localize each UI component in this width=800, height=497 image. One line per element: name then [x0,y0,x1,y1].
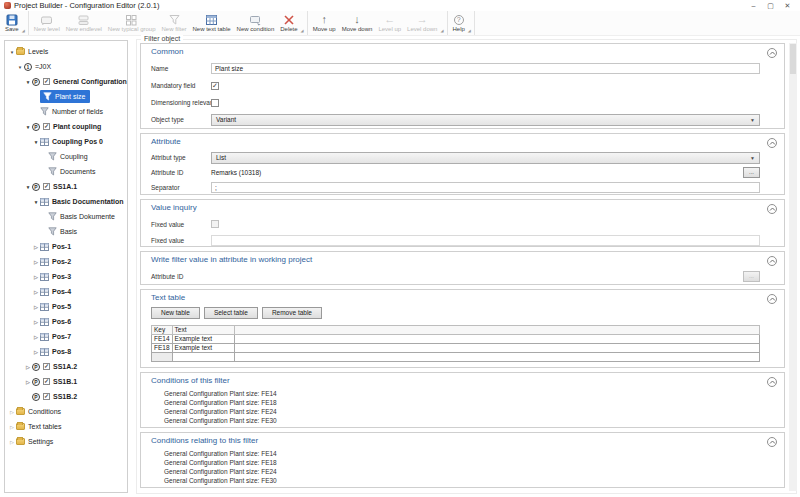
tree-item-settings[interactable]: ▷Settings [5,434,127,449]
tree-item-levels[interactable]: ▾Levels [5,44,127,59]
checkbox[interactable]: ✓ [43,363,50,370]
vertical-scrollbar[interactable] [789,43,797,491]
collapse-section-button[interactable] [767,377,777,387]
expander-closed-icon[interactable]: ▷ [8,409,16,415]
object-type-dropdown[interactable]: Variant▼ [211,114,760,126]
collapse-section-button[interactable] [767,48,777,58]
expander-open-icon[interactable]: ▾ [24,184,32,190]
separator-input[interactable]: ; [211,182,760,193]
checkbox[interactable]: ✓ [43,183,50,190]
expander-open-icon[interactable]: ▾ [24,79,32,85]
tree-item-text-tables[interactable]: ▷Text tables [5,419,127,434]
collapse-section-button[interactable] [767,294,777,304]
mandatory-field-checkbox[interactable]: ✓ [211,82,219,90]
cell-text[interactable] [172,353,234,362]
toolbar-group-overflow-icon[interactable]: ◢ [440,28,444,35]
toolbar-save-button[interactable]: Save [2,12,22,35]
tree-item-j0x[interactable]: ▾1=J0X [5,59,127,74]
tree-item-plant-size[interactable]: Plant size [5,89,127,104]
checkbox[interactable]: ✓ [43,378,50,385]
tree-item-pos-8[interactable]: ▷Pos-8 [5,344,127,359]
toolbar-move-up-button[interactable]: ↑Move up [310,12,339,35]
expander-closed-icon[interactable]: ▷ [24,364,32,370]
maximize-button[interactable]: ▢ [762,0,779,11]
toolbar-group-overflow-icon[interactable]: ◢ [468,28,472,35]
toolbar-group-overflow-icon[interactable]: ◢ [301,28,305,35]
condition-item[interactable]: General Configuration Plant size: FE14 [151,389,760,398]
attribut-type-dropdown[interactable]: List▼ [211,152,760,164]
expander-closed-icon[interactable]: ▷ [32,334,40,340]
tree-item-coupling-pos-0[interactable]: ▾Coupling Pos 0 [5,134,127,149]
new-table-button[interactable]: New table [151,307,200,319]
expander-open-icon[interactable]: ▾ [24,124,32,130]
tree-item-coupling[interactable]: Coupling [5,149,127,164]
checkbox[interactable]: ✓ [43,78,50,85]
tree-item-pos-2[interactable]: ▷Pos-2 [5,254,127,269]
tree-item-basic-documentation[interactable]: ▾Basic Documentation [5,194,127,209]
expander-closed-icon[interactable]: ▷ [32,319,40,325]
tree-item-pos-3[interactable]: ▷Pos-3 [5,269,127,284]
tree-item-pos-4[interactable]: ▷Pos-4 [5,284,127,299]
tree-item-documents[interactable]: Documents [5,164,127,179]
expander-closed-icon[interactable]: ▷ [32,244,40,250]
toolbar-help-button[interactable]: ?Help [450,12,468,35]
condition-item[interactable]: General Configuration Plant size: FE30 [151,416,760,425]
collapse-section-button[interactable] [767,437,777,447]
table-row[interactable]: FE18Example text [152,344,760,353]
collapse-section-button[interactable] [767,138,777,148]
text-table-grid[interactable]: KeyTextFE14Example textFE18Example text [151,325,760,362]
expander-closed-icon[interactable]: ▷ [8,439,16,445]
tree-item-ss1b-2[interactable]: P✓SS1B.2 [5,389,127,404]
dimensioning-relevant-checkbox[interactable] [211,99,219,107]
condition-item[interactable]: General Configuration Plant size: FE24 [151,407,760,416]
select-table-button[interactable]: Select table [204,307,258,319]
close-button[interactable]: ✕ [779,0,796,11]
cell-text[interactable]: Example text [172,344,234,353]
tree-item-pos-6[interactable]: ▷Pos-6 [5,314,127,329]
tree-item-ss1a-1[interactable]: ▾P✓SS1A.1 [5,179,127,194]
scrollbar-thumb[interactable] [790,44,796,74]
toolbar-new-text-table-button[interactable]: New text table [190,12,234,35]
condition-item[interactable]: General Configuration Plant size: FE30 [151,476,760,485]
checkbox[interactable]: ✓ [43,123,50,130]
tree-item-basis[interactable]: Basis [5,224,127,239]
tree-item-pos-7[interactable]: ▷Pos-7 [5,329,127,344]
expander-closed-icon[interactable]: ▷ [32,274,40,280]
cell-text[interactable]: Example text [172,335,234,344]
table-row[interactable]: FE14Example text [152,335,760,344]
expander-closed-icon[interactable]: ▷ [32,259,40,265]
table-row[interactable] [152,353,760,362]
tree-item-number-of-fields[interactable]: Number of fields [5,104,127,119]
expander-open-icon[interactable]: ▾ [16,64,24,70]
tree-item-basis-dokumente[interactable]: Basis Dokumente [5,209,127,224]
toolbar-move-down-button[interactable]: ↓Move down [339,12,376,35]
toolbar-group-overflow-icon[interactable]: ◢ [22,28,26,35]
tree-item-conditions[interactable]: ▷Conditions [5,404,127,419]
expander-closed-icon[interactable]: ▷ [8,424,16,430]
condition-item[interactable]: General Configuration Plant size: FE14 [151,449,760,458]
condition-item[interactable]: General Configuration Plant size: FE18 [151,398,760,407]
expander-open-icon[interactable]: ▾ [8,49,16,55]
toolbar-new-condition-button[interactable]: New condition [234,12,278,35]
expander-closed-icon[interactable]: ▷ [32,349,40,355]
toolbar-delete-button[interactable]: Delete [277,12,300,35]
collapse-section-button[interactable] [767,256,777,266]
tree-item-plant-coupling[interactable]: ▾P✓Plant coupling [5,119,127,134]
expander-closed-icon[interactable]: ▷ [24,379,32,385]
minimize-button[interactable]: – [745,0,762,11]
column-header-text[interactable]: Text [172,326,234,335]
cell-key[interactable] [152,353,173,362]
remove-table-button[interactable]: Remove table [262,307,322,319]
name-input[interactable]: Plant size [211,63,760,74]
expander-closed-icon[interactable]: ▷ [32,304,40,310]
column-header-key[interactable]: Key [152,326,173,335]
cell-key[interactable]: FE18 [152,344,173,353]
tree-item-general-configuration[interactable]: ▾P✓General Configuration [5,74,127,89]
condition-item[interactable]: General Configuration Plant size: FE18 [151,458,760,467]
collapse-section-button[interactable] [767,204,777,214]
expander-open-icon[interactable]: ▾ [32,139,40,145]
cell-key[interactable]: FE14 [152,335,173,344]
expander-open-icon[interactable]: ▾ [32,199,40,205]
tree-item-ss1b-1[interactable]: ▷P✓SS1B.1 [5,374,127,389]
expander-closed-icon[interactable]: ▷ [32,289,40,295]
